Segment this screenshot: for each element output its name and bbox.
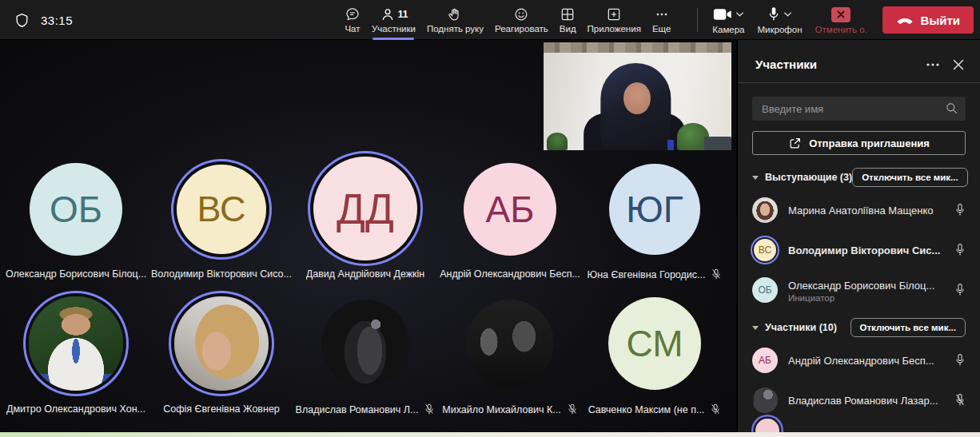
microphone-chevron-icon[interactable] xyxy=(783,11,792,18)
avatar-tile-initials[interactable]: СМ xyxy=(608,297,701,390)
active-tab-underline xyxy=(372,38,414,40)
video-blue-cup xyxy=(667,140,674,150)
view-grid-icon xyxy=(560,6,576,22)
participant-row[interactable]: Владислав Романович Лазар... xyxy=(738,380,980,420)
react-smiley-icon xyxy=(513,6,529,22)
toolbar-device-controls: Камера Микрофон xyxy=(695,0,974,40)
avatar-tile-initials[interactable]: АБ xyxy=(464,163,556,256)
panel-title: Участники xyxy=(755,58,926,71)
participant-tile-name: Дмитро Олександрович Хон... xyxy=(6,403,145,415)
participant-tile-name: Давид Андрійович Дежкін xyxy=(306,268,424,280)
participant-tile-name: Олександр Борисович Білоц... xyxy=(6,268,146,280)
participant-avatar-initials: АБ xyxy=(752,348,778,373)
microphone-icon xyxy=(767,6,780,23)
mic-muted-icon xyxy=(710,403,721,415)
mic-on-icon[interactable] xyxy=(954,353,966,367)
leave-button[interactable]: Выйти xyxy=(882,6,974,34)
camera-control[interactable]: Камера xyxy=(706,6,751,34)
participants-section-title: Участники (10) xyxy=(765,322,851,333)
participant-avatar-photo xyxy=(752,387,778,413)
camera-icon xyxy=(713,7,732,22)
participant-name: Марина Анатоліївна Мащенко xyxy=(788,205,934,217)
collapse-triangle-icon xyxy=(752,326,759,330)
participant-role-label: Инициатор xyxy=(788,293,944,303)
mic-muted-icon[interactable] xyxy=(954,393,966,407)
participant-tile-name: Андрій Олександрович Бесп... xyxy=(440,268,580,280)
camera-chevron-icon[interactable] xyxy=(735,11,744,18)
participant-avatar-initials: ОБ xyxy=(752,277,778,303)
video-plant-left xyxy=(547,133,568,150)
search-icon xyxy=(945,101,958,115)
mute-all-speakers-button[interactable]: Отключить все мик... xyxy=(852,168,968,187)
participant-row[interactable]: АБ Андрій Олександрович Бесп... xyxy=(738,340,980,380)
video-person-face xyxy=(623,82,650,114)
mic-on-icon[interactable] xyxy=(954,243,966,257)
tab-participants[interactable]: 11 Участники xyxy=(366,0,421,40)
panel-close-icon[interactable] xyxy=(953,59,964,70)
participant-avatar-partial xyxy=(755,419,779,432)
tab-raise-hand[interactable]: Поднять руку xyxy=(421,0,489,40)
participants-section-header[interactable]: Участники (10) Отключить все мик... xyxy=(752,318,966,337)
speaker-video-tile[interactable] xyxy=(544,42,731,150)
video-laptop xyxy=(704,137,731,150)
toolbar-divider xyxy=(697,8,698,32)
mic-muted-icon xyxy=(567,403,578,415)
avatar-tile-photo-speaking[interactable] xyxy=(29,296,123,391)
microphone-control[interactable]: Микрофон xyxy=(751,6,809,34)
tab-chat-label: Чат xyxy=(345,24,360,34)
tab-more-label: Приложения xyxy=(588,24,641,34)
avatar-tile-initials[interactable]: ОБ xyxy=(30,163,122,256)
mic-on-icon[interactable] xyxy=(954,203,966,217)
mic-on-icon[interactable] xyxy=(954,283,966,297)
participant-row[interactable]: Марина Анатоліївна Мащенко xyxy=(738,190,980,230)
camera-label: Камера xyxy=(712,25,744,34)
mic-muted-icon xyxy=(424,403,435,415)
toolbar-tabs: Чат 11 Участники Поднять руку xyxy=(339,0,676,40)
search-participant-input[interactable] xyxy=(752,97,966,121)
speakers-section-title: Выступающие (3) xyxy=(765,172,852,183)
tab-chat[interactable]: Чат xyxy=(339,0,366,40)
tab-more[interactable]: Еще xyxy=(647,0,676,40)
panel-header-divider xyxy=(738,82,980,83)
cancel-control[interactable]: Отменить о... xyxy=(809,6,873,34)
cancel-label: Отменить о... xyxy=(815,25,866,34)
meeting-stage: ОБ ВС ДД АБ ЮГ Олександр Борисович Білоц… xyxy=(0,40,736,432)
video-ceiling-beam xyxy=(544,42,731,53)
participant-row[interactable]: ОБ Олександр Борисович Білоц... Инициато… xyxy=(738,270,980,310)
send-invite-label: Отправка приглашения xyxy=(809,137,930,149)
tab-view-label: Вид xyxy=(560,24,576,34)
avatar-tile-initials-speaking[interactable]: ДД xyxy=(313,157,417,260)
avatar-tile-photo[interactable] xyxy=(321,300,409,387)
participants-count-badge: 11 xyxy=(398,9,408,20)
meeting-toolbar: 33:15 Чат 11 Участники xyxy=(0,0,980,40)
avatar-tile-initials[interactable]: ЮГ xyxy=(609,164,700,255)
tab-react[interactable]: Реагировать xyxy=(489,0,554,40)
panel-more-icon[interactable] xyxy=(926,62,940,67)
tab-participants-label: Участники xyxy=(372,24,416,34)
meeting-timer: 33:15 xyxy=(41,14,73,27)
tab-apps[interactable]: Приложения xyxy=(582,0,647,40)
participant-avatar-photo xyxy=(752,197,778,223)
collapse-triangle-icon xyxy=(752,176,759,180)
speakers-section-header[interactable]: Выступающие (3) Отключить все мик... xyxy=(752,168,966,187)
participant-tile-name: Михайло Михайлович К... xyxy=(442,404,560,415)
apps-plus-icon xyxy=(606,6,622,22)
raise-hand-icon xyxy=(447,6,463,22)
participant-tile-name: Юна Євгенівна Городис... xyxy=(588,269,706,280)
tab-more-text: Еще xyxy=(652,24,671,34)
send-invite-button[interactable]: Отправка приглашения xyxy=(752,131,966,155)
avatar-tile-initials-speaking[interactable]: ВС xyxy=(177,165,266,254)
hang-up-icon xyxy=(896,16,914,24)
participant-tile-name: Владислав Романович Л... xyxy=(296,404,419,415)
participant-name: Владислав Романович Лазар... xyxy=(788,395,938,407)
participant-row[interactable]: ВС Володимир Вікторович Сис... xyxy=(738,230,980,270)
mute-all-participants-button[interactable]: Отключить все мик... xyxy=(851,318,966,337)
security-shield-icon xyxy=(14,12,30,29)
participants-icon xyxy=(380,6,396,22)
avatar-tile-photo[interactable] xyxy=(466,300,554,387)
teams-meeting-window: 33:15 Чат 11 Участники xyxy=(0,0,980,437)
leave-button-label: Выйти xyxy=(921,14,960,27)
avatar-tile-photo-speaking[interactable] xyxy=(174,296,269,391)
cancel-x-icon xyxy=(831,7,851,22)
tab-view[interactable]: Вид xyxy=(554,0,582,40)
